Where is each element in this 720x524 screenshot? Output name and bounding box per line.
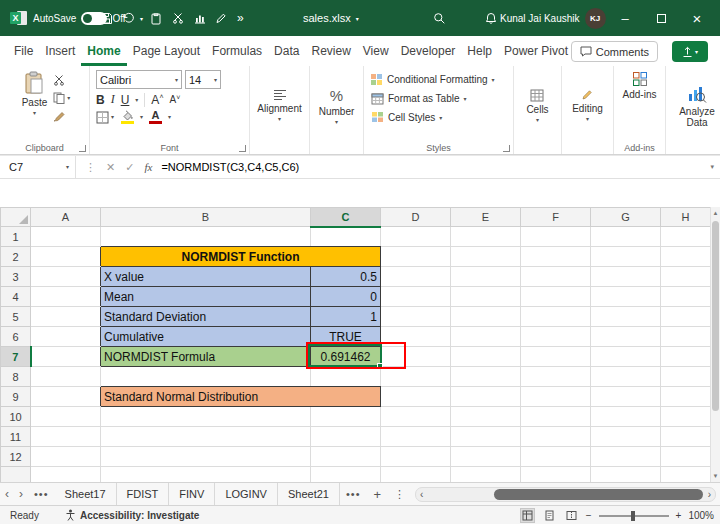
paste-button[interactable]: Paste ▾	[19, 70, 51, 123]
cells-button[interactable]: Cells ▾	[523, 88, 551, 124]
cell[interactable]	[591, 347, 661, 367]
cell[interactable]	[591, 407, 661, 427]
decrease-font-button[interactable]: A˅	[169, 94, 180, 105]
minimize-button[interactable]: –	[607, 0, 643, 36]
cell[interactable]	[381, 407, 451, 427]
cell[interactable]	[591, 227, 661, 247]
cell[interactable]	[381, 367, 451, 387]
cell[interactable]	[101, 467, 311, 483]
cell[interactable]	[661, 407, 711, 427]
font-dialog-launcher-icon[interactable]	[239, 145, 246, 152]
cell-c7-selected[interactable]: 0.691462	[311, 347, 381, 367]
cell[interactable]	[591, 267, 661, 287]
scroll-down-icon[interactable]: ▼	[711, 473, 720, 479]
sheet-tab-loginv[interactable]: LOGINV	[215, 483, 278, 505]
row-header-13-partial[interactable]	[1, 467, 31, 483]
editing-button[interactable]: Editing ▾	[569, 88, 606, 123]
scroll-right-icon[interactable]: ›	[708, 488, 711, 502]
cell[interactable]	[521, 347, 591, 367]
cell[interactable]	[521, 467, 591, 483]
cell[interactable]	[521, 267, 591, 287]
cell[interactable]	[661, 227, 711, 247]
cell-c6-value[interactable]: TRUE	[311, 327, 381, 347]
notifications-button[interactable]	[485, 0, 497, 36]
cell[interactable]	[661, 307, 711, 327]
undo-dropdown-caret-icon[interactable]: ▾	[140, 15, 143, 22]
horizontal-scrollbar[interactable]: ‹ ›	[415, 487, 716, 502]
cancel-entry-button[interactable]: ✕	[106, 161, 115, 174]
cell[interactable]	[381, 307, 451, 327]
row-header-7[interactable]: 7	[1, 347, 31, 367]
underline-button[interactable]: U	[121, 93, 130, 107]
cell[interactable]	[521, 247, 591, 267]
col-header-c[interactable]: C	[311, 208, 381, 227]
row-header-12[interactable]: 12	[1, 447, 31, 467]
ribbon-tab-home[interactable]: Home	[81, 36, 126, 66]
cell[interactable]	[101, 367, 311, 387]
cell-c4-value[interactable]: 0	[311, 287, 381, 307]
cell[interactable]	[451, 407, 521, 427]
cell[interactable]	[451, 247, 521, 267]
cell[interactable]	[521, 287, 591, 307]
cut-button[interactable]	[53, 73, 70, 87]
row-header-3[interactable]: 3	[1, 267, 31, 287]
cell[interactable]	[381, 227, 451, 247]
name-box[interactable]: C7 ▾	[0, 156, 76, 178]
fill-color-caret-icon[interactable]: ▾	[140, 114, 143, 120]
cell[interactable]	[311, 427, 381, 447]
cell[interactable]	[521, 407, 591, 427]
cell[interactable]	[381, 447, 451, 467]
row-header-9[interactable]: 9	[1, 387, 31, 407]
cell[interactable]	[591, 327, 661, 347]
row-header-2[interactable]: 2	[1, 247, 31, 267]
comments-button[interactable]: Comments	[571, 41, 658, 62]
ribbon-tab-review[interactable]: Review	[305, 36, 356, 66]
cell[interactable]	[521, 387, 591, 407]
cell-c3-value[interactable]: 0.5	[311, 267, 381, 287]
horizontal-scrollbar-thumb[interactable]	[494, 489, 703, 500]
col-header-a[interactable]: A	[31, 208, 101, 227]
col-header-f[interactable]: F	[521, 208, 591, 227]
ribbon-tab-data[interactable]: Data	[268, 36, 305, 66]
cell[interactable]	[311, 467, 381, 483]
more-sheets-right-icon[interactable]: •••	[340, 488, 367, 500]
cell[interactable]	[381, 387, 451, 407]
next-sheet-arrow-icon[interactable]: ›	[14, 487, 28, 501]
scroll-up-icon[interactable]: ▲	[711, 210, 720, 216]
analyze-data-button[interactable]: Analyze Data	[671, 83, 720, 129]
cell[interactable]	[31, 327, 101, 347]
font-color-button[interactable]: A	[149, 110, 162, 124]
cell[interactable]	[451, 227, 521, 247]
cell[interactable]	[311, 367, 381, 387]
sheet-tab-finv[interactable]: FINV	[169, 483, 215, 505]
cell-b5-label[interactable]: Standard Deviation	[101, 307, 311, 327]
ribbon-tab-formulas[interactable]: Formulas	[206, 36, 268, 66]
zoom-in-button[interactable]: +	[676, 510, 682, 521]
cell[interactable]	[661, 327, 711, 347]
cell[interactable]	[381, 287, 451, 307]
cell[interactable]	[591, 247, 661, 267]
font-family-combo[interactable]: Calibri ▾	[96, 70, 182, 89]
row-header-11[interactable]: 11	[1, 427, 31, 447]
zoom-slider-thumb[interactable]	[631, 511, 635, 521]
cell[interactable]	[591, 387, 661, 407]
sheet-tab-sheet17[interactable]: Sheet17	[55, 483, 117, 505]
cell[interactable]	[311, 227, 381, 247]
select-all-corner[interactable]	[1, 208, 31, 227]
cell[interactable]	[661, 347, 711, 367]
cell[interactable]	[31, 307, 101, 327]
fill-color-button[interactable]	[120, 110, 134, 124]
cell[interactable]	[101, 407, 311, 427]
increase-font-button[interactable]: A˄	[151, 93, 163, 107]
cell-b2-title[interactable]: NORMDIST Function	[101, 247, 381, 267]
cell[interactable]	[101, 427, 311, 447]
cell[interactable]	[591, 467, 661, 483]
conditional-formatting-button[interactable]: Conditional Formatting ▾	[367, 70, 510, 89]
qat-clipboard-button[interactable]	[150, 0, 162, 36]
cell[interactable]	[381, 327, 451, 347]
sheet-options-kebab-icon[interactable]: ⋮	[388, 488, 411, 501]
account-control[interactable]: Kunal Jai Kaushik KJ	[500, 0, 606, 36]
cell[interactable]	[661, 387, 711, 407]
normal-view-button[interactable]	[520, 508, 535, 523]
col-header-d[interactable]: D	[381, 208, 451, 227]
